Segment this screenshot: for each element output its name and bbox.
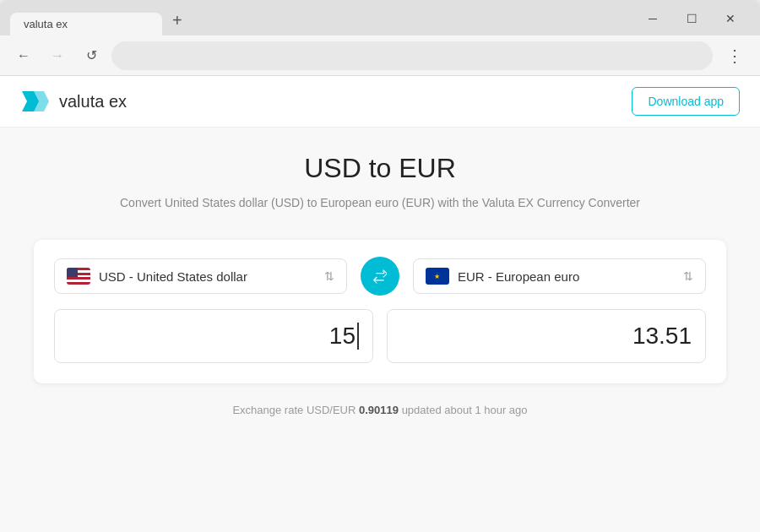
- site-header: valuta ex Download app: [0, 76, 760, 128]
- navigation-bar: ← → ↺ ⋮: [0, 35, 760, 76]
- logo-icon: [20, 86, 51, 117]
- address-bar[interactable]: [111, 41, 713, 70]
- active-tab[interactable]: valuta ex: [10, 13, 162, 35]
- eur-flag-icon: ★: [426, 268, 449, 285]
- from-amount-wrapper: [54, 309, 373, 363]
- close-button[interactable]: ✕: [711, 7, 750, 30]
- new-tab-button[interactable]: +: [166, 8, 189, 34]
- window-controls: ─ ☐ ✕: [633, 7, 750, 30]
- to-amount-wrapper: [387, 309, 706, 363]
- to-amount-input[interactable]: [401, 323, 692, 350]
- forward-button[interactable]: →: [44, 42, 71, 69]
- to-currency-arrows-icon: ⇅: [683, 269, 693, 283]
- from-amount-input[interactable]: [68, 323, 356, 350]
- exchange-rate-info: Exchange rate USD/EUR 0.90119 updated ab…: [34, 404, 726, 416]
- text-cursor: [357, 323, 359, 350]
- browser-menu-button[interactable]: ⋮: [719, 42, 750, 69]
- currency-selectors: USD - United States dollar ⇅ ★: [54, 257, 706, 296]
- logo-text: valuta ex: [59, 92, 127, 111]
- exchange-rate-updated-text: updated about 1 hour ago: [402, 404, 528, 416]
- back-button[interactable]: ←: [10, 42, 37, 69]
- browser-window: valuta ex + ─ ☐ ✕ ← → ↺ ⋮ valuta ex: [0, 0, 760, 532]
- exchange-rate-label: Exchange rate USD/EUR: [232, 404, 356, 416]
- eu-stars-icon: ★: [434, 273, 441, 280]
- from-currency-arrows-icon: ⇅: [324, 269, 334, 283]
- tab-bar: valuta ex + ─ ☐ ✕: [0, 0, 760, 35]
- to-currency-selector[interactable]: ★ EUR - European euro ⇅: [413, 258, 706, 294]
- usd-flag-icon: [67, 268, 90, 285]
- amount-inputs-row: [54, 309, 706, 363]
- minimize-button[interactable]: ─: [633, 7, 672, 30]
- to-currency-label: EUR - European euro: [458, 269, 675, 284]
- swap-icon: [371, 267, 389, 285]
- exchange-rate-value: 0.90119: [359, 404, 399, 416]
- from-currency-label: USD - United States dollar: [99, 269, 316, 284]
- from-currency-selector[interactable]: USD - United States dollar ⇅: [54, 258, 347, 294]
- page-content: valuta ex Download app USD to EUR Conver…: [0, 76, 760, 532]
- swap-currencies-button[interactable]: [361, 257, 399, 296]
- tab-title: valuta ex: [24, 18, 68, 30]
- maximize-button[interactable]: ☐: [672, 7, 711, 30]
- download-app-button[interactable]: Download app: [632, 87, 740, 116]
- refresh-button[interactable]: ↺: [78, 42, 105, 69]
- main-content: USD to EUR Convert United States dollar …: [17, 128, 743, 433]
- logo-area: valuta ex: [20, 86, 127, 117]
- page-subtitle: Convert United States dollar (USD) to Eu…: [34, 196, 726, 209]
- page-title: USD to EUR: [34, 153, 726, 184]
- converter-widget: USD - United States dollar ⇅ ★: [34, 240, 726, 383]
